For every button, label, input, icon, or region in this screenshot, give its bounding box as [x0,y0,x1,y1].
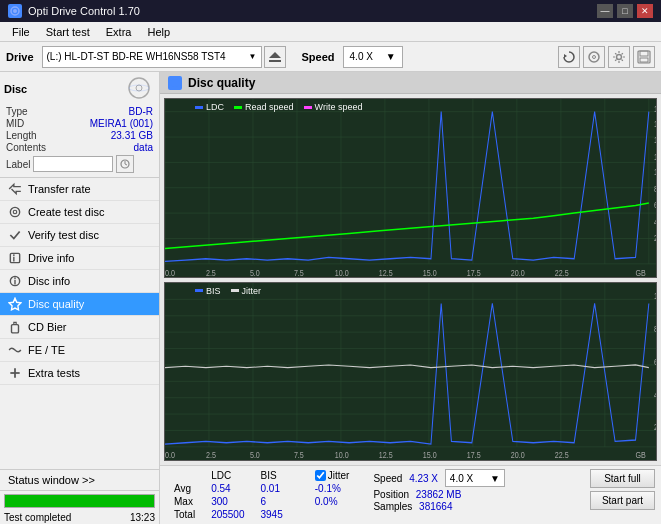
sidebar-item-label: Drive info [28,252,74,264]
svg-text:4X: 4X [654,217,656,227]
svg-point-1 [13,9,17,13]
menu-extra[interactable]: Extra [98,24,140,40]
speed-select-arrow: ▼ [490,473,500,484]
row-total-bis: 3945 [253,508,291,521]
svg-text:20.0: 20.0 [511,448,525,459]
svg-marker-23 [9,298,21,310]
row-max-jitter: 0.0% [307,495,358,508]
speed-select-value: 4.0 X [450,473,473,484]
read-speed-color-dot [234,106,242,109]
start-full-button[interactable]: Start full [590,469,655,488]
disc-header: Disc [4,76,155,102]
jitter-color-dot [231,289,239,292]
svg-point-15 [10,207,19,216]
sidebar-item-fe-te[interactable]: FE / TE [0,339,159,362]
bottom-chart: BIS Jitter [164,282,657,462]
col-header-ldc: LDC [203,469,252,482]
minimize-button[interactable]: — [597,4,613,18]
charts-area: LDC Read speed Write speed [160,94,661,465]
drive-label: Drive [6,51,34,63]
svg-point-12 [136,85,142,91]
svg-text:5.0: 5.0 [250,269,260,277]
drive-dropdown[interactable]: (L:) HL-DT-ST BD-RE WH16NS58 TST4 ▼ [42,46,262,68]
drive-info-icon [8,251,22,265]
app-title: Opti Drive Control 1.70 [28,5,140,17]
sidebar-item-drive-info[interactable]: Drive info [0,247,159,270]
svg-text:6%: 6% [654,355,656,366]
col-header-jitter-cell: Jitter [307,469,358,482]
sidebar-item-cd-bier[interactable]: CD Bier [0,316,159,339]
disc-length-value: 23.31 GB [111,130,153,141]
svg-point-11 [129,78,149,98]
quality-header-icon [168,76,182,90]
top-chart: LDC Read speed Write speed [164,98,657,278]
sidebar: Disc Type BD-R MID MEIRA1 (001) Length 2… [0,72,160,524]
refresh-icon-btn[interactable] [558,46,580,68]
app-icon [8,4,22,18]
sidebar-item-extra-tests[interactable]: Extra tests [0,362,159,385]
sidebar-item-create-test-disc[interactable]: Create test disc [0,201,159,224]
col-header-spacer [291,469,307,482]
svg-text:0.0: 0.0 [165,448,175,459]
content-area: Disc quality LDC Read speed [160,72,661,524]
svg-text:10.0: 10.0 [335,269,349,277]
row-total-ldc: 205500 [203,508,252,521]
sidebar-item-verify-test-disc[interactable]: Verify test disc [0,224,159,247]
sidebar-item-disc-info[interactable]: Disc info [0,270,159,293]
bis-color-dot [195,289,203,292]
menu-start-test[interactable]: Start test [38,24,98,40]
row-total-label: Total [166,508,203,521]
sidebar-item-label: Transfer rate [28,183,91,195]
speed-info: Speed 4.23 X 4.0 X ▼ Position 23862 MB S… [373,469,504,513]
svg-text:15.0: 15.0 [423,269,437,277]
disc-panel-title: Disc [4,83,27,95]
disc-type-row: Type BD-R [4,106,155,117]
disc-mid-row: MID MEIRA1 (001) [4,118,155,129]
row-max-bis: 6 [253,495,291,508]
svg-text:14X: 14X [654,136,656,146]
sidebar-item-label: Disc info [28,275,70,287]
eject-button[interactable] [264,46,286,68]
svg-text:22.5: 22.5 [555,448,569,459]
jitter-checkbox[interactable] [315,470,326,481]
col-header-bis: BIS [253,469,291,482]
svg-text:16X: 16X [654,119,656,129]
svg-text:22.5: 22.5 [555,269,569,277]
quality-header: Disc quality [160,72,661,94]
menu-file[interactable]: File [4,24,38,40]
sidebar-item-disc-quality[interactable]: Disc quality [0,293,159,316]
start-part-button[interactable]: Start part [590,491,655,510]
svg-text:10.0: 10.0 [335,448,349,459]
maximize-button[interactable]: □ [617,4,633,18]
legend-ldc: LDC [195,102,224,112]
speed-select-dropdown[interactable]: 4.0 X ▼ [445,469,505,487]
svg-text:17.5: 17.5 [467,269,481,277]
disc-label-input[interactable] [33,156,113,172]
disc-panel: Disc Type BD-R MID MEIRA1 (001) Length 2… [0,72,159,178]
disc-contents-row: Contents data [4,142,155,153]
disc-panel-icon [123,76,155,102]
verify-test-disc-icon [8,228,22,242]
samples-label: Samples [373,501,412,512]
sidebar-item-label: Disc quality [28,298,84,310]
close-button[interactable]: ✕ [637,4,653,18]
status-window-button[interactable]: Status window >> [0,470,159,491]
position-value: 23862 MB [416,489,462,500]
drive-bar: Drive (L:) HL-DT-ST BD-RE WH16NS58 TST4 … [0,42,661,72]
row-avg-label: Avg [166,482,203,495]
disc-icon-btn[interactable] [583,46,605,68]
title-bar: Opti Drive Control 1.70 — □ ✕ [0,0,661,22]
action-buttons: Start full Start part [590,469,655,510]
menu-help[interactable]: Help [139,24,178,40]
svg-text:17.5: 17.5 [467,448,481,459]
sidebar-item-transfer-rate[interactable]: Transfer rate [0,178,159,201]
legend-read-speed: Read speed [234,102,294,112]
save-icon-btn[interactable] [633,46,655,68]
settings-icon-btn[interactable] [608,46,630,68]
menu-bar: File Start test Extra Help [0,22,661,42]
disc-label-button[interactable] [116,155,134,173]
speed-dropdown[interactable]: 4.0 X ▼ [343,46,403,68]
svg-point-22 [14,277,16,279]
col-header-jitter: Jitter [328,470,350,481]
svg-text:18X: 18X [654,104,656,114]
